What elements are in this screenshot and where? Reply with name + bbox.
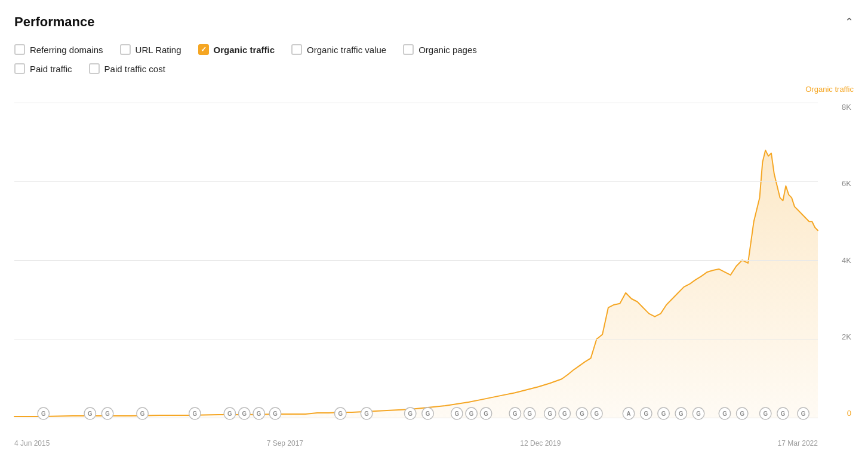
filter-paid-traffic-cost-label: Paid traffic cost (104, 64, 165, 74)
svg-text:G: G (364, 410, 369, 417)
y-label-8k: 8K (842, 103, 851, 112)
collapse-button[interactable]: ⌃ (845, 16, 854, 29)
svg-text:G: G (562, 410, 567, 417)
filters-row-2: Paid traffic Paid traffic cost (14, 63, 854, 74)
filter-referring-domains[interactable]: Referring domains (14, 44, 103, 55)
svg-text:G: G (273, 410, 278, 417)
checkbox-organic-traffic[interactable] (198, 44, 209, 55)
svg-text:G: G (454, 410, 459, 417)
filter-organic-pages-label: Organic pages (418, 45, 477, 55)
y-axis: 8K 6K 4K 2K 0 (842, 103, 854, 418)
filter-organic-traffic-label: Organic traffic (214, 45, 275, 55)
grid-line-3 (14, 339, 818, 339)
svg-text:G: G (679, 410, 684, 417)
svg-text:G: G (484, 410, 488, 417)
filter-referring-domains-label: Referring domains (30, 45, 103, 55)
checkbox-referring-domains[interactable] (14, 44, 25, 55)
panel-title: Performance (14, 14, 95, 30)
filter-url-rating-label: URL Rating (136, 45, 181, 55)
svg-text:G: G (140, 410, 145, 417)
filter-paid-traffic-cost[interactable]: Paid traffic cost (89, 63, 165, 74)
svg-text:G: G (801, 410, 806, 417)
svg-text:G: G (595, 410, 599, 417)
y-label-4k: 4K (842, 256, 851, 265)
svg-text:G: G (696, 410, 701, 417)
x-axis: 4 Jun 2015 7 Sep 2017 12 Dec 2019 17 Mar… (14, 439, 818, 447)
svg-text:G: G (661, 410, 666, 417)
grid-line-2 (14, 260, 818, 261)
svg-text:G: G (88, 410, 93, 417)
x-label-2017: 7 Sep 2017 (267, 439, 303, 447)
y-label-6k: 6K (842, 179, 851, 188)
filter-organic-traffic[interactable]: Organic traffic (198, 44, 275, 55)
filter-url-rating[interactable]: URL Rating (120, 44, 181, 55)
svg-marker-0 (14, 150, 818, 418)
svg-text:G: G (338, 410, 343, 417)
svg-text:G: G (242, 410, 247, 417)
checkbox-url-rating[interactable] (120, 44, 131, 55)
filter-organic-pages[interactable]: Organic pages (403, 44, 477, 55)
filter-organic-traffic-value-label: Organic traffic value (307, 45, 386, 55)
google-events-row: .g-circle { fill: #fff; stroke: #bbb; st… (14, 406, 818, 421)
svg-text:G: G (740, 410, 744, 417)
filter-paid-traffic-label: Paid traffic (30, 64, 72, 74)
svg-text:G: G (781, 410, 786, 417)
svg-text:A: A (626, 410, 630, 417)
checkbox-paid-traffic[interactable] (14, 63, 25, 74)
filter-organic-traffic-value[interactable]: Organic traffic value (291, 44, 386, 55)
svg-text:G: G (548, 410, 553, 417)
x-label-2022: 17 Mar 2022 (778, 439, 818, 447)
grid-line-top (14, 103, 818, 103)
performance-panel: Performance ⌃ Referring domains URL Rati… (0, 0, 868, 463)
svg-text:G: G (580, 410, 584, 417)
chart-area: Organic traffic 8K 6K 4K 2K 0 (14, 85, 854, 453)
x-label-2019: 12 Dec 2019 (520, 439, 561, 447)
svg-text:G: G (257, 410, 261, 417)
svg-text:G: G (722, 410, 727, 417)
filters-row-1: Referring domains URL Rating Organic tra… (14, 44, 854, 55)
grid-line-1 (14, 181, 818, 182)
svg-text:G: G (763, 410, 768, 417)
svg-text:G: G (426, 410, 430, 417)
svg-text:G: G (644, 410, 648, 417)
y-label-2k: 2K (842, 332, 851, 341)
panel-header: Performance ⌃ (14, 14, 854, 30)
y-label-0: 0 (847, 409, 851, 418)
svg-text:G: G (513, 410, 518, 417)
checkbox-paid-traffic-cost[interactable] (89, 63, 100, 74)
svg-text:G: G (469, 410, 474, 417)
checkbox-organic-pages[interactable] (403, 44, 414, 55)
svg-text:G: G (193, 410, 198, 417)
chart-legend-organic-traffic: Organic traffic (805, 85, 854, 94)
chart-body (14, 103, 818, 418)
x-label-2015: 4 Jun 2015 (14, 439, 50, 447)
svg-text:G: G (41, 410, 46, 417)
filter-paid-traffic[interactable]: Paid traffic (14, 63, 72, 74)
svg-text:G: G (227, 410, 232, 417)
google-events-svg: .g-circle { fill: #fff; stroke: #bbb; st… (14, 406, 818, 421)
svg-text:G: G (105, 410, 110, 417)
checkbox-organic-traffic-value[interactable] (291, 44, 302, 55)
svg-text:G: G (408, 410, 413, 417)
svg-text:G: G (527, 410, 532, 417)
